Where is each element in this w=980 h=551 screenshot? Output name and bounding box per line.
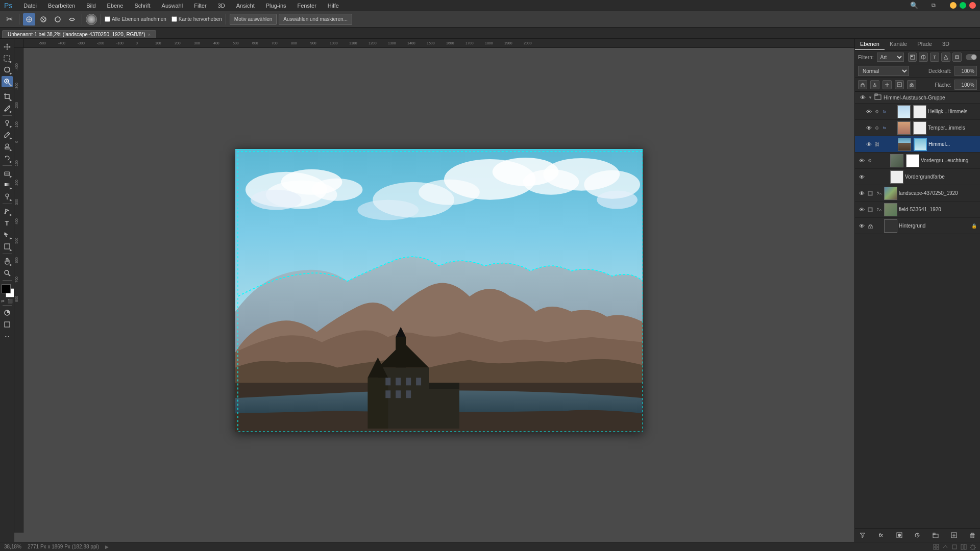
blend-mode-select[interactable]: Normal Auflösen Abdunkeln Multiplizieren… (858, 66, 909, 76)
menu-fenster[interactable]: Fenster (296, 2, 318, 10)
layer-delete-btn[interactable] (968, 531, 977, 540)
layer-adjustment-btn[interactable] (913, 531, 922, 540)
layer-link-himmel[interactable]: ⛓ (874, 141, 880, 147)
layer-row-helligkeit[interactable]: 👁 ⚙ fx Helligk...Himmels (855, 104, 980, 120)
history-brush[interactable]: ▶ (2, 153, 13, 164)
close-btn[interactable] (969, 2, 976, 9)
more-tools-btn[interactable]: ··· (2, 331, 13, 342)
lock-artboard-btn[interactable] (895, 80, 904, 89)
menu-auswahl[interactable]: Auswahl (160, 2, 185, 10)
layer-visibility-vl[interactable]: 👁 (858, 157, 865, 164)
dodge-tool[interactable]: ▶ (2, 191, 13, 202)
document-tab[interactable]: Unbenannt-1 bei 38,2% (landscape-4370250… (2, 30, 156, 38)
menu-ebene[interactable]: Ebene (105, 2, 126, 10)
menu-bearbeiten[interactable]: Bearbeiten (46, 2, 77, 10)
tab-kanaele[interactable]: Kanäle (885, 39, 912, 50)
menu-ansicht[interactable]: Ansicht (234, 2, 257, 10)
menu-datei[interactable]: Datei (21, 2, 39, 10)
menu-hilfe[interactable]: Hilfe (326, 2, 341, 10)
layer-row-field[interactable]: 👁 field-533641_1920 (855, 202, 980, 218)
move-tool[interactable] (2, 41, 13, 52)
layer-visibility-himmel[interactable]: 👁 (865, 141, 872, 148)
tool-variant-3[interactable] (52, 13, 64, 26)
tool-variant-4[interactable] (66, 13, 78, 26)
layer-row-vordergrund-leuchtung[interactable]: 👁 ⚙ Vordergru...euchtung (855, 153, 980, 169)
menu-bild[interactable]: Bild (84, 2, 97, 10)
maximize-btn[interactable] (960, 2, 966, 9)
tab-close-icon[interactable]: × (148, 32, 151, 37)
tab-3d[interactable]: 3D (937, 39, 954, 50)
lasso-tool[interactable]: ▶ (2, 64, 13, 76)
filter-pixel-btn[interactable] (908, 53, 917, 62)
layer-link-vl[interactable]: ⚙ (867, 158, 873, 164)
pen-tool[interactable]: ▶ (2, 206, 13, 217)
layer-visibility-temperatur[interactable]: 👁 (865, 124, 872, 132)
swap-colors-icon[interactable]: ⇄ (1, 299, 5, 304)
lock-transparent-btn[interactable] (858, 80, 867, 89)
lock-position-btn[interactable] (883, 80, 892, 89)
workspace-btn[interactable]: ⧉ (928, 1, 939, 10)
layer-visibility-hintergrund[interactable]: 👁 (858, 222, 865, 230)
layer-link-helligkeit[interactable]: ⚙ (874, 109, 880, 115)
layer-kind-select[interactable]: Art Name Effekt (877, 53, 904, 62)
lock-all-btn[interactable] (907, 80, 916, 89)
layer-row-temperatur[interactable]: 👁 ⚙ fx Temper...immels (855, 120, 980, 136)
path-select-tool[interactable]: ▶ (2, 229, 13, 240)
stamp-tool[interactable]: ▶ (2, 141, 13, 152)
layer-visibility-himmel-group[interactable]: 👁 (859, 94, 866, 101)
motiv-auswaehlen-btn[interactable]: Motiv auswählen (230, 14, 277, 25)
layer-row-vordergrundfarbe[interactable]: 👁 Vordergrundfarbe (855, 169, 980, 185)
brush-preview[interactable] (86, 14, 97, 25)
tool-icon-1[interactable]: ✂ (3, 13, 15, 26)
layer-group-bottom-btn[interactable] (931, 531, 940, 540)
canvas-image[interactable] (235, 148, 643, 432)
layer-fx-bottom-btn[interactable]: fx (876, 531, 886, 540)
minimize-btn[interactable] (950, 2, 957, 9)
tool-variant-2[interactable] (37, 13, 50, 26)
filter-adjust-btn[interactable] (919, 53, 928, 62)
checkbox-kante[interactable]: Kante hervorheben (172, 16, 222, 22)
layer-filter-btn[interactable] (858, 531, 867, 540)
crop-tool[interactable]: ▶ (2, 91, 13, 102)
shape-tool[interactable]: ▶ (2, 241, 13, 252)
quick-select-tool[interactable]: ▶ (2, 76, 13, 87)
layer-mask-bottom-btn[interactable] (895, 531, 904, 540)
fill-input[interactable] (954, 80, 977, 90)
marquee-tool[interactable]: ▶ (2, 53, 13, 64)
menu-filter[interactable]: Filter (192, 2, 208, 10)
quick-mask-toggle[interactable] (2, 307, 13, 318)
eraser-tool[interactable]: ▶ (2, 167, 13, 179)
default-colors-icon[interactable]: ⬛ (8, 299, 13, 304)
filter-toggle[interactable] (966, 54, 977, 60)
layer-row-landscape[interactable]: 👁 landscape-4370250_1920 (855, 185, 980, 202)
filter-shape-btn[interactable] (941, 53, 950, 62)
eyedropper-tool[interactable]: ▶ (2, 103, 13, 114)
layer-row-himmel[interactable]: 👁 ⛓ Himmel... (855, 136, 980, 153)
hand-tool[interactable]: ▶ (2, 256, 13, 267)
menu-schrift[interactable]: Schrift (132, 2, 152, 10)
screen-mode-btn[interactable] (2, 319, 13, 330)
tab-pfade[interactable]: Pfade (912, 39, 937, 50)
menu-3d[interactable]: 3D (216, 2, 227, 10)
gradient-tool[interactable]: ▶ (2, 179, 13, 190)
layer-link-temperatur[interactable]: ⚙ (874, 125, 880, 131)
lock-image-btn[interactable] (870, 80, 879, 89)
layer-visibility-helligkeit[interactable]: 👁 (865, 108, 872, 115)
layer-group-himmel[interactable]: 👁 ▼ Himmel-Austausch-Gruppe (855, 92, 980, 104)
layer-visibility-landscape[interactable]: 👁 (858, 190, 865, 197)
tab-ebenen[interactable]: Ebenen (855, 39, 885, 50)
filter-smartobj-btn[interactable] (952, 53, 962, 62)
tool-variant-1[interactable] (23, 13, 35, 26)
layer-new-btn[interactable] (949, 531, 959, 540)
menu-plugins[interactable]: Plug-ins (264, 2, 288, 10)
opacity-input[interactable] (954, 66, 977, 76)
search-icon[interactable]: 🔍 (907, 1, 921, 10)
heal-tool[interactable]: ▶ (2, 117, 13, 129)
brush-tool[interactable]: ▶ (2, 129, 13, 140)
auswaehlen-maskieren-btn[interactable]: Auswählen und maskieren... (279, 14, 352, 25)
layer-visibility-vf[interactable]: 👁 (858, 173, 865, 181)
layer-row-hintergrund[interactable]: 👁 Hintergrund 🔒 (855, 218, 980, 234)
layer-visibility-field[interactable]: 👁 (858, 206, 865, 213)
filter-type-btn[interactable]: T (930, 53, 939, 62)
foreground-color-swatch[interactable] (2, 284, 11, 293)
